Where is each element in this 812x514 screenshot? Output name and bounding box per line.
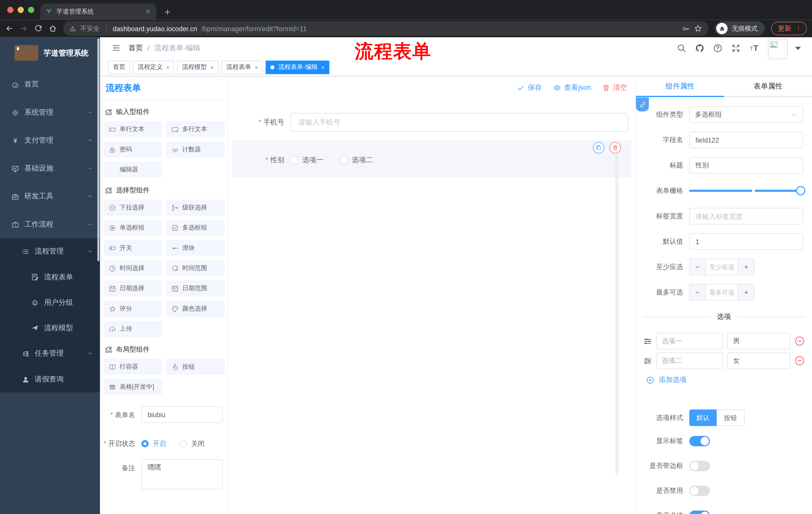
stepper-minus-button[interactable]: − (690, 259, 706, 275)
field-name-input[interactable] (689, 132, 803, 148)
sidebar-item-请假查询[interactable]: 请假查询 (0, 367, 100, 392)
chip-开关[interactable]: 开关 (104, 240, 162, 256)
chip-计数器[interactable]: 123计数器 (166, 141, 225, 158)
sidebar-item-基础设施[interactable]: 基础设施 (0, 154, 100, 182)
style-default-button[interactable]: 默认 (689, 409, 717, 426)
chip-编辑器[interactable]: 编辑器 (104, 162, 162, 178)
chip-级联选择[interactable]: 级联选择 (166, 200, 225, 216)
chip-表格[开发中][interactable]: 表格[开发中] (104, 379, 162, 395)
tag-首页[interactable]: 首页 (108, 60, 130, 74)
default-value-input[interactable] (689, 233, 803, 250)
fullscreen-icon[interactable] (731, 43, 741, 53)
chip-按钮[interactable]: 按钮 (166, 359, 225, 375)
tag-close-icon[interactable]: × (166, 64, 170, 71)
phone-field-row[interactable]: 手机号 请输入手机号 (232, 113, 631, 132)
title-input[interactable] (689, 157, 803, 174)
browser-tab[interactable]: 芋道管理系统 (40, 3, 156, 20)
sidebar-item-用户分组[interactable]: 用户分组 (0, 290, 100, 315)
form-remark-textarea[interactable]: 嘿嘿 (141, 459, 223, 489)
hamburger-button[interactable] (100, 44, 128, 52)
status-radio-off[interactable]: 关闭 (180, 439, 204, 448)
chip-颜色选择[interactable]: 颜色选择 (166, 301, 225, 317)
option-handle-icon[interactable] (643, 337, 652, 346)
chip-行容器[interactable]: 行容器 (104, 359, 162, 375)
sidebar-item-系统管理[interactable]: 系统管理 (0, 99, 100, 127)
sidebar-item-首页[interactable]: 首页 (0, 71, 100, 98)
chip-下拉选择[interactable]: 下拉选择 (104, 200, 162, 216)
link-tag[interactable] (636, 98, 649, 112)
form-name-input[interactable] (141, 406, 223, 423)
copy-component-button[interactable] (593, 142, 604, 154)
tag-流程表单-编辑[interactable]: 流程表单-编辑× (266, 60, 329, 74)
label-width-input[interactable] (689, 208, 803, 224)
chip-日期选择[interactable]: 日期选择 (104, 280, 162, 296)
component-type-select[interactable]: 多选框组 (689, 106, 803, 123)
tab-component-props[interactable]: 组件属性 (636, 76, 724, 97)
toggle-switch-是否必填[interactable] (689, 511, 710, 514)
delete-component-button[interactable] (609, 142, 621, 154)
style-button-button[interactable]: 按钮 (717, 409, 745, 426)
max-select-input[interactable] (706, 285, 738, 300)
chip-时间范围[interactable]: 时间范围 (166, 260, 225, 276)
slider-handle[interactable] (796, 186, 805, 195)
tag-流程模型[interactable]: 流程模型× (177, 60, 219, 74)
toggle-switch-显示标签[interactable] (689, 436, 710, 446)
chip-上传[interactable]: 上传 (104, 321, 162, 337)
stepper-minus-button[interactable]: − (690, 285, 706, 300)
github-icon[interactable] (695, 43, 704, 53)
zoom-window-button[interactable] (28, 7, 34, 13)
tab-form-props[interactable]: 表单属性 (724, 76, 812, 97)
home-button[interactable] (49, 24, 57, 33)
reload-button[interactable] (34, 24, 42, 33)
new-tab-button[interactable] (164, 8, 171, 16)
sidebar-item-流程管理[interactable]: 流程管理 (0, 238, 100, 264)
sidebar-item-流程模型[interactable]: 流程模型 (0, 315, 100, 341)
update-button[interactable]: 更新 (771, 22, 807, 35)
tag-close-icon[interactable]: × (210, 64, 214, 71)
bookmark-star-icon[interactable] (694, 24, 702, 33)
grid-slider[interactable] (689, 190, 801, 192)
font-size-icon[interactable]: TT (749, 43, 759, 53)
sidebar-item-支付管理[interactable]: ¥支付管理 (0, 127, 100, 154)
gender-checkbox-1[interactable]: 选项一 (290, 155, 323, 165)
avatar[interactable] (768, 39, 788, 59)
sidebar-item-流程表单[interactable]: 流程表单 (0, 264, 100, 290)
save-button[interactable]: 保存 (517, 83, 542, 92)
close-window-button[interactable] (7, 7, 13, 13)
breadcrumb-home[interactable]: 首页 (128, 43, 143, 53)
tag-close-icon[interactable]: × (255, 64, 258, 71)
minimize-window-button[interactable] (18, 7, 24, 13)
status-radio-on[interactable]: 开启 (141, 439, 166, 448)
help-icon[interactable] (713, 43, 722, 53)
chip-单行文本[interactable]: 单行文本 (104, 121, 162, 137)
checkbox-box[interactable] (290, 156, 298, 164)
forward-button[interactable] (20, 24, 28, 33)
chip-滑块[interactable]: 滑块 (166, 240, 225, 256)
phone-input[interactable]: 请输入手机号 (290, 113, 628, 132)
search-icon[interactable] (677, 43, 686, 53)
avatar-caret-icon[interactable] (793, 43, 803, 53)
tag-close-icon[interactable]: × (321, 64, 325, 71)
option-label-input[interactable] (656, 333, 723, 349)
clear-button[interactable]: 清空 (602, 83, 627, 92)
chip-单选框组[interactable]: 单选框组 (104, 220, 162, 236)
kebab-menu-icon[interactable] (795, 25, 802, 32)
option-label-input[interactable] (656, 353, 723, 369)
gender-checkbox-2[interactable]: 选项二 (340, 155, 373, 165)
toggle-switch-是否带边框[interactable] (689, 461, 710, 471)
sidebar-item-任务管理[interactable]: 任务管理 (0, 341, 100, 367)
option-value-input[interactable] (727, 353, 790, 369)
chip-时间选择[interactable]: 时间选择 (104, 260, 162, 276)
chip-密码[interactable]: 密码 (104, 141, 162, 158)
sidebar-item-工作流程[interactable]: 工作流程 (0, 211, 100, 238)
back-button[interactable] (5, 24, 13, 33)
checkbox-box[interactable] (340, 156, 347, 164)
address-bar[interactable]: 不安全 dashboard.yudao.iocoder.cn/bpm/manag… (63, 21, 708, 36)
tab-close-icon[interactable] (144, 8, 151, 15)
selected-component[interactable]: 性别 选项一选项二 (232, 140, 631, 177)
sidebar-item-研发工具[interactable]: 研发工具 (0, 183, 100, 211)
stepper-plus-button[interactable]: + (738, 259, 754, 275)
chip-日期范围[interactable]: 日期范围 (166, 280, 225, 296)
stepper-plus-button[interactable]: + (738, 285, 754, 300)
option-value-input[interactable] (727, 333, 790, 349)
